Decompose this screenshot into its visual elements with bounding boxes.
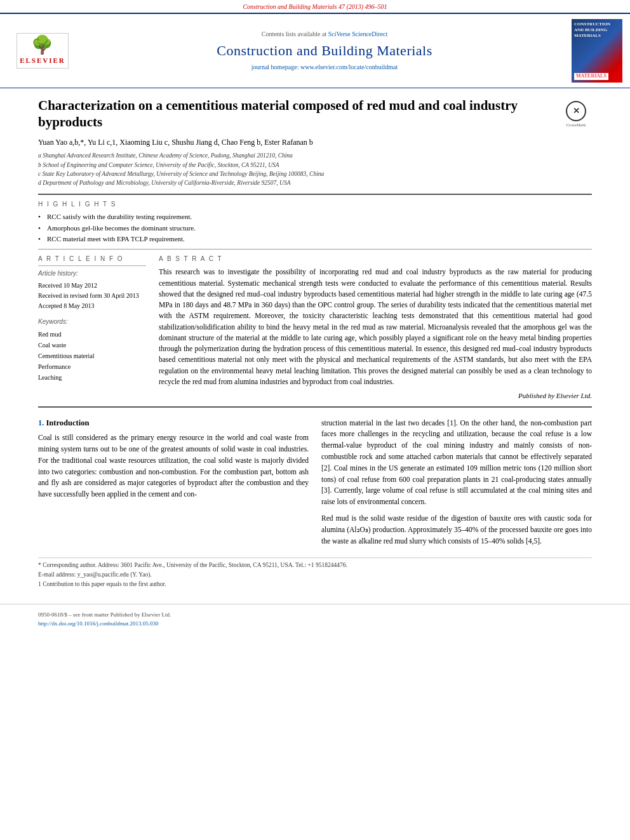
section1-label: Introduction [46, 418, 90, 427]
article-dates: Received 10 May 2012 Received in revised… [38, 281, 146, 311]
separator-after-abstract [38, 406, 592, 408]
keyword-4: Performance [38, 361, 146, 372]
separator-after-highlights [38, 249, 592, 250]
revised-date: Received in revised form 30 April 2013 [38, 291, 146, 301]
journal-reference: Construction and Building Materials 47 (… [0, 0, 630, 13]
section-number: 1. [38, 418, 46, 427]
intro-left-text: Coal is still considered as the primary … [38, 432, 309, 500]
article-info-label: A R T I C L E I N F O [38, 255, 146, 266]
footnote-contribution: 1 Contribution to this paper equals to t… [38, 580, 592, 589]
crossmark-label: CrossMark [566, 123, 586, 129]
journal-title: Construction and Building Materials [77, 41, 572, 61]
keyword-1: Red mud [38, 329, 146, 340]
affiliation-b: b School of Engineering and Computer Sci… [38, 161, 592, 170]
journal-center: Contents lists available at SciVerse Sci… [77, 30, 572, 72]
keyword-5: Leaching [38, 372, 146, 383]
keyword-2: Coal waste [38, 340, 146, 350]
keyword-3: Cementitious material [38, 350, 146, 361]
section1-heading: 1. Introduction [38, 418, 309, 429]
journal-cover: Constructionand BuildingMATERIALS MATERI… [572, 19, 622, 83]
cover-title: Constructionand BuildingMATERIALS [574, 22, 610, 39]
right-column: A B S T R A C T This research was to inv… [159, 255, 592, 401]
intro-right-text: struction material in the last two decad… [321, 418, 592, 547]
page-footer: 0950-0618/$ – see front matter Published… [0, 604, 630, 632]
highlights-section: H I G H L I G H T S RCC satisfy with the… [38, 200, 592, 244]
footnote-email: E-mail address: y_yao@u.pacific.edu (Y. … [38, 571, 592, 579]
article-title-section: Characterization on a cementitious mater… [38, 97, 592, 131]
elsevier-name: ELSEVIER [20, 56, 65, 65]
footer-doi: http://dx.doi.org/10.1016/j.conbuildmat.… [38, 620, 592, 629]
journal-ref-text: Construction and Building Materials 47 (… [243, 3, 387, 10]
keywords-list: Red mud Coal waste Cementitious material… [38, 329, 146, 383]
article-title: Characterization on a cementitious mater… [38, 97, 560, 131]
footnotes: * Corresponding author. Address: 3601 Pa… [38, 557, 592, 589]
doi-link[interactable]: http://dx.doi.org/10.1016/j.conbuildmat.… [38, 620, 159, 627]
affiliation-c: c State Key Laboratory of Advanced Metal… [38, 170, 592, 178]
sciverse-link-anchor[interactable]: SciVerse ScienceDirect [328, 30, 388, 37]
cover-image: Constructionand BuildingMATERIALS MATERI… [572, 19, 622, 83]
footnote-corresponding: * Corresponding author. Address: 3601 Pa… [38, 561, 592, 570]
journal-header: 🌳 ELSEVIER Contents lists available at S… [0, 13, 630, 88]
keywords-label: Keywords: [38, 317, 146, 326]
affiliations: a Shanghai Advanced Research Institute, … [38, 151, 592, 187]
accepted-date: Accepted 8 May 2013 [38, 301, 146, 311]
affiliation-a: a Shanghai Advanced Research Institute, … [38, 151, 592, 160]
intro-paragraph-3: Red mud is the solid waste residue of th… [321, 513, 592, 547]
left-column: A R T I C L E I N F O Article history: R… [38, 255, 146, 401]
cover-label: MATERIALS [574, 73, 608, 80]
introduction-section: 1. Introduction Coal is still considered… [38, 415, 592, 552]
highlights-label: H I G H L I G H T S [38, 200, 592, 209]
highlight-item-2: Amorphous gel-like becomes the dominant … [38, 223, 592, 233]
keywords-section: Keywords: Red mud Coal waste Cementitiou… [38, 317, 146, 383]
intro-left-col: 1. Introduction Coal is still considered… [38, 418, 309, 552]
intro-right-col: struction material in the last two decad… [321, 418, 592, 552]
sciverse-link: Contents lists available at SciVerse Sci… [77, 30, 572, 39]
article-info: A R T I C L E I N F O Article history: R… [38, 255, 146, 311]
footer-issn: 0950-0618/$ – see front matter Published… [38, 611, 592, 620]
history-label: Article history: [38, 269, 146, 278]
crossmark-badge[interactable]: ✕ CrossMark [560, 101, 592, 129]
abstract-label: A B S T R A C T [159, 255, 592, 263]
authors: Yuan Yao a,b,*, Yu Li c,1, Xiaoming Liu … [38, 137, 592, 148]
abstract-section: A B S T R A C T This research was to inv… [159, 255, 592, 401]
crossmark-icon: ✕ [566, 101, 586, 121]
separator-after-affiliations [38, 194, 592, 195]
article-body: Characterization on a cementitious mater… [0, 88, 630, 599]
journal-homepage: journal homepage: www.elsevier.com/locat… [77, 63, 572, 72]
intro-paragraph-1: Coal is still considered as the primary … [38, 432, 309, 500]
intro-paragraph-2: struction material in the last two decad… [321, 418, 592, 509]
published-by: Published by Elsevier Ltd. [159, 391, 592, 401]
received-date: Received 10 May 2012 [38, 281, 146, 291]
highlight-item-1: RCC satisfy with the durability testing … [38, 212, 592, 222]
elsevier-logo: 🌳 ELSEVIER [8, 33, 77, 69]
abstract-text: This research was to investigate the pos… [159, 267, 592, 387]
homepage-link[interactable]: journal homepage: www.elsevier.com/locat… [251, 63, 398, 70]
affiliation-d: d Department of Pathology and Microbiolo… [38, 178, 592, 187]
elsevier-tree-icon: 🌳 [20, 36, 65, 54]
highlights-list: RCC satisfy with the durability testing … [38, 212, 592, 244]
footer-text: 0950-0618/$ – see front matter Published… [38, 611, 592, 628]
highlight-item-3: RCC material meet with EPA TCLP requirem… [38, 234, 592, 244]
authors-text: Yuan Yao a,b,*, Yu Li c,1, Xiaoming Liu … [38, 138, 313, 147]
article-info-abstract-row: A R T I C L E I N F O Article history: R… [38, 255, 592, 401]
